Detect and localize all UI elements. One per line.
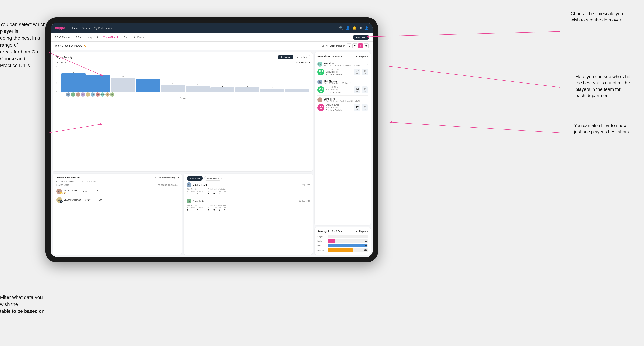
on-course-toggle[interactable]: On Course — [278, 55, 292, 59]
view-settings-button[interactable]: ⚙ — [364, 43, 368, 48]
chart-dropdown[interactable]: Total Rounds ▾ — [296, 61, 310, 64]
shot-player-name-mcharg: Blair McHarg — [324, 80, 367, 82]
shot-player-row-miller: MM Matt Miller 09 Jun 2023 · Royal North… — [318, 62, 368, 67]
shot-player-info-mcharg: Blair McHarg 23 Jul 2023 · Ashridge GC, … — [324, 80, 367, 84]
rank-badge-1: 1 — [60, 192, 63, 194]
scoring-filter-select[interactable]: Par 3, 4 & 5s ▾ — [328, 230, 342, 233]
bogeys-bar: 315 — [328, 248, 368, 252]
tab-hcaps[interactable]: Hcaps 1-5 — [86, 36, 98, 39]
bar-m-miller: 3 — [235, 85, 259, 92]
player-pb-butler: 19/20 — [79, 190, 89, 192]
practice-activities-mcharg: Total Practice Activities GTT 0 APP — [208, 188, 228, 195]
view-icons: ⊞ ≡ ♥ ⚙ — [347, 43, 368, 48]
shot-detail-ford: Shot Dist: 16 yds Start Lie: Rough End L… — [326, 104, 352, 112]
tab-tour[interactable]: Tour — [124, 36, 128, 39]
avatar-miller: MM — [100, 92, 105, 97]
player-avatar-crossman: EC 2 — [56, 197, 62, 203]
most-active-btn[interactable]: Most Active — [186, 176, 203, 180]
player-pb-crossman: 18/20 — [83, 199, 93, 201]
bogeys-bar-fill — [328, 248, 353, 252]
nav-link-performance[interactable]: My Performance — [94, 26, 113, 29]
tab-bar: PGAT Players PGA Hcaps 1-5 Team Clippd T… — [51, 33, 373, 42]
shot-entry-ford: DF David Ford 24 Aug 2023 · Royal North … — [318, 96, 368, 113]
view-heart-button[interactable]: ♥ — [358, 43, 363, 48]
shot-player-info-miller: Matt Miller 09 Jun 2023 · Royal North De… — [324, 62, 367, 66]
scoring-header: Scoring Par 3, 4 & 5s ▾ All Players ▾ — [318, 230, 368, 233]
shot-metric1-mcharg: 43 yds — [354, 86, 360, 93]
profile-icon[interactable]: 👤 — [365, 26, 368, 30]
active-header-britt: RB Rees Britt 02 Sep 2023 — [186, 198, 310, 203]
shot-chevron-miller[interactable]: › — [367, 63, 368, 65]
bar-j-coles: 9 — [136, 77, 160, 92]
practice-drills-toggle[interactable]: Practice Drills — [292, 55, 310, 59]
least-active-btn[interactable]: Least Active — [204, 176, 222, 180]
bars-container: 13 12 10 — [60, 65, 310, 92]
pars-val: 499 — [364, 244, 367, 246]
shot-chevron-ford[interactable]: › — [367, 98, 368, 101]
avatar-ford: DF — [76, 92, 80, 97]
shot-player-name-miller: Matt Miller — [324, 62, 367, 64]
birdies-bar: 96 — [328, 239, 368, 243]
all-shots-select[interactable]: All Shots ▾ — [332, 55, 342, 58]
tab-team-clippd[interactable]: Team Clippd — [104, 36, 118, 39]
eagles-bar: 3 — [328, 235, 368, 238]
nav-link-teams[interactable]: Teams — [82, 26, 90, 29]
player-info-crossman: Edward Crossman — [64, 199, 81, 201]
y-label-5: 5 — [56, 82, 60, 84]
best-shots-card: Best Shots All Shots ▾ All Players ▾ — [315, 52, 371, 225]
tab-pga[interactable]: PGA — [76, 36, 81, 39]
nav-link-home[interactable]: Home — [71, 26, 78, 29]
show-select[interactable]: Last 3 months — [329, 44, 344, 47]
drill-select[interactable]: PUTT Must Make Putting ... ▾ — [154, 176, 179, 179]
nav-bar: clippd Home Teams My Performance 🔍 👤 🔔 ⊕… — [51, 23, 373, 33]
player-avg-butler: 110 — [91, 190, 102, 192]
show-dropdown-icon[interactable]: ▾ — [344, 44, 345, 47]
tab-all-players[interactable]: All Players — [134, 36, 146, 39]
view-list-button[interactable]: ≡ — [352, 43, 357, 48]
nav-links: Home Teams My Performance — [71, 26, 339, 29]
practice-label: Total Practice Activities — [208, 188, 228, 190]
course-toggle-group: On Course Practice Drills — [278, 55, 310, 59]
all-players-select[interactable]: All Players ▾ — [356, 55, 368, 58]
avatar-crossman: EC — [105, 92, 110, 97]
rounds-label-britt: Total Rounds — [186, 204, 203, 206]
bar-e-ebert: 5 — [161, 82, 185, 92]
shot-chevron-mcharg[interactable]: › — [367, 81, 368, 83]
plus-icon[interactable]: ⊕ — [359, 26, 362, 30]
rounds-label: Total Rounds — [186, 188, 203, 190]
shot-metric2-ford: 0 yds — [362, 104, 368, 111]
player-avatars-row: BM RB DF JC EE OB RB MM EC LR — [60, 92, 310, 97]
active-name-britt: Rees Britt — [193, 200, 204, 202]
player-info-butler: Richard Butler 🏆 1 — [64, 189, 77, 194]
shot-stats-mcharg: 200 SG Shot Dist: 43 yds Start Lie: Roug… — [318, 86, 368, 94]
leaderboard-row-1: RB 1 Richard Butler 🏆 1 19/20 110 — [56, 187, 179, 196]
user-icon[interactable]: 👤 — [346, 26, 350, 30]
shot-badge-mcharg: 200 SG — [318, 86, 324, 93]
annotation-middle-right: Here you can see who's hitthe best shots… — [576, 73, 630, 99]
shot-stats-ford: 198 SG Shot Dist: 16 yds Start Lie: Roug… — [318, 104, 368, 112]
bell-icon[interactable]: 🔔 — [352, 26, 356, 30]
player-avg-crossman: 107 — [95, 199, 106, 201]
player-sub-butler: 🏆 1 — [64, 192, 77, 194]
search-icon[interactable]: 🔍 — [339, 26, 343, 30]
tablet-screen: clippd Home Teams My Performance 🔍 👤 🔔 ⊕… — [51, 23, 373, 257]
leaderboard-row-2: EC 2 Edward Crossman 18/20 107 — [56, 196, 179, 204]
stats-row-britt: Total Rounds Tournament 8 Practice — [186, 204, 310, 211]
player-name-butler: Richard Butler — [64, 189, 77, 192]
bottom-panels: Practice Leaderboards PUTT Must Make Put… — [53, 173, 312, 255]
tab-pgat[interactable]: PGAT Players — [55, 36, 70, 39]
team-title: Team Clippd | 14 Players — [55, 44, 82, 47]
edit-icon[interactable]: ✏️ — [84, 44, 86, 47]
shot-player-name-ford: David Ford — [324, 98, 367, 100]
add-team-button[interactable]: Add Team — [354, 35, 368, 40]
avatar-coles: JC — [81, 92, 85, 97]
bar-r-butler: 3 — [210, 85, 234, 92]
scoring-players-select[interactable]: All Players ▾ — [356, 230, 368, 233]
left-panel: Player Activity On Course Practice Drill… — [53, 52, 312, 255]
scoring-row-birdies: Birdies 96 — [318, 239, 368, 243]
shot-metric1-ford: 16 yds — [354, 104, 360, 111]
activity-title: Player Activity — [56, 56, 72, 58]
active-name-mcharg: Blair McHarg — [193, 183, 207, 186]
scoring-rows: Eagles 3 Birdies 96 — [318, 235, 368, 252]
view-grid-button[interactable]: ⊞ — [347, 43, 352, 48]
